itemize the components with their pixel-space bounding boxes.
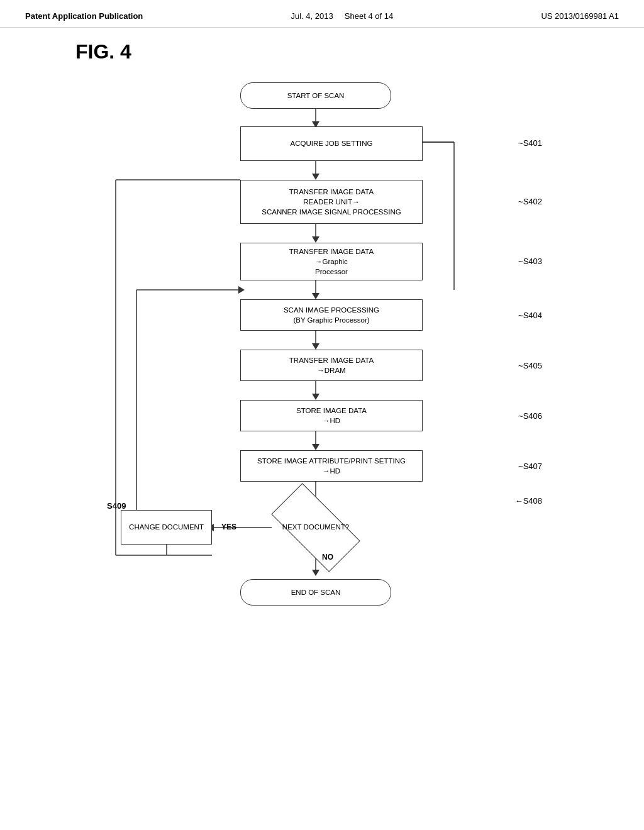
diamond-s408: NEXT DOCUMENT?	[272, 504, 360, 551]
label-s407: ~S407	[518, 462, 542, 471]
end-node: END OF SCAN	[240, 579, 391, 606]
label-s404: ~S404	[518, 311, 542, 320]
fig-label: FIG. 4	[75, 40, 619, 64]
step-s403: TRANSFER IMAGE DATA →Graphic Processor	[240, 243, 423, 280]
header-date-sheet: Jul. 4, 2013 Sheet 4 of 14	[291, 11, 394, 21]
label-s403: ~S403	[518, 257, 542, 266]
label-s408: ←S408	[515, 496, 542, 506]
label-s409: S409	[107, 501, 126, 511]
page-header: Patent Application Publication Jul. 4, 2…	[0, 0, 644, 28]
label-s405: ~S405	[518, 361, 542, 370]
label-s401: ~S401	[518, 138, 542, 148]
header-date: Jul. 4, 2013	[291, 11, 333, 21]
svg-marker-11	[312, 394, 319, 400]
step-s404: SCAN IMAGE PROCESSING (BY Graphic Proces…	[240, 299, 423, 331]
svg-marker-5	[312, 236, 319, 243]
svg-marker-23	[238, 286, 245, 294]
label-s402: ~S402	[518, 197, 542, 206]
label-s406: ~S406	[518, 411, 542, 421]
header-patent-number: US 2013/0169981 A1	[541, 11, 619, 21]
step-s401: ACQUIRE JOB SETTING	[240, 126, 423, 161]
step-s409: CHANGE DOCUMENT	[121, 510, 212, 545]
step-s407: STORE IMAGE ATTRIBUTE/PRINT SETTING →HD	[240, 450, 423, 482]
svg-marker-9	[312, 343, 319, 350]
flowchart: START OF SCAN ACQUIRE JOB SETTING ~S401 …	[102, 76, 542, 755]
yes-label: YES	[221, 523, 236, 531]
diagram-area: FIG. 4	[0, 28, 644, 768]
svg-marker-17	[312, 570, 319, 576]
header-publication: Patent Application Publication	[25, 11, 143, 21]
svg-marker-7	[312, 293, 319, 299]
start-node: START OF SCAN	[240, 82, 391, 109]
no-label: NO	[322, 553, 333, 562]
header-sheet: Sheet 4 of 14	[345, 11, 393, 21]
step-s406: STORE IMAGE DATA →HD	[240, 400, 423, 431]
svg-marker-3	[312, 174, 319, 180]
step-s402: TRANSFER IMAGE DATA READER UNIT→ SCANNER…	[240, 180, 423, 224]
svg-marker-13	[312, 444, 319, 450]
step-s405: TRANSFER IMAGE DATA →DRAM	[240, 350, 423, 381]
